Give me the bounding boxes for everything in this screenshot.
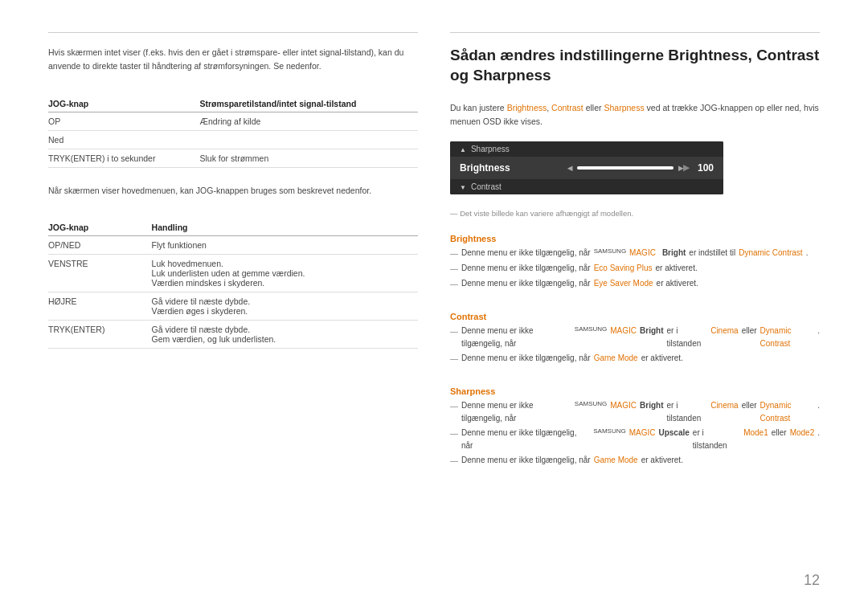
row-key: OP/NED bbox=[48, 236, 152, 255]
brightness-section: Brightness Denne menu er ikke tilgængeli… bbox=[450, 227, 820, 296]
sharpness-note-1: Denne menu er ikke tilgængelig, når SAMS… bbox=[450, 399, 820, 425]
right-arrow-icon: ▶ bbox=[678, 163, 690, 172]
table-row: HØJRE Gå videre til næste dybde. Værdien… bbox=[48, 292, 418, 321]
row-value: Flyt funktionen bbox=[152, 236, 418, 255]
osd-brightness-row: Brightness ▶ 100 bbox=[450, 157, 723, 179]
osd-slider-container: ▶ 100 bbox=[567, 162, 714, 174]
contrast-note-2: Denne menu er ikke tilgængelig, når Game… bbox=[450, 352, 820, 366]
power-table: JOG-knap Strømsparetilstand/intet signal… bbox=[48, 96, 418, 168]
row-key: VENSTRE bbox=[48, 255, 152, 292]
row-value: Luk hovedmenuen. Luk underlisten uden at… bbox=[152, 255, 418, 292]
osd-panel: Sharpness Brightness ▶ 100 Contrast bbox=[450, 141, 723, 194]
jog-table: JOG-knap Handling OP/NED Flyt funktionen… bbox=[48, 219, 418, 349]
page-title: Sådan ændres indstillingerne Brightness,… bbox=[450, 32, 820, 85]
middle-text: Når skærmen viser hovedmenuen, kan JOG-k… bbox=[48, 184, 418, 198]
intro-text: Hvis skærmen intet viser (f.eks. hvis de… bbox=[48, 32, 418, 73]
table-row: VENSTRE Luk hovedmenuen. Luk underlisten… bbox=[48, 255, 418, 292]
left-column: Hvis skærmen intet viser (f.eks. hvis de… bbox=[48, 32, 418, 581]
row-value: Ændring af kilde bbox=[199, 112, 418, 130]
sharpness-note-2: Denne menu er ikke tilgængelig, når SAMS… bbox=[450, 427, 820, 452]
left-arrow-icon bbox=[567, 163, 572, 172]
table-row: TRYK(ENTER) Gå videre til næste dybde. G… bbox=[48, 321, 418, 349]
sharpness-notes: Denne menu er ikke tilgængelig, når SAMS… bbox=[450, 399, 820, 468]
contrast-notes: Denne menu er ikke tilgængelig, når SAMS… bbox=[450, 325, 820, 366]
contrast-note-1: Denne menu er ikke tilgængelig, når SAMS… bbox=[450, 325, 820, 350]
row-key: TRYK(ENTER) i to sekunder bbox=[48, 149, 199, 167]
brightness-link: Brightness bbox=[507, 103, 547, 112]
contrast-title: Contrast bbox=[450, 312, 820, 321]
table1-section: JOG-knap Strømsparetilstand/intet signal… bbox=[48, 96, 418, 168]
up-arrow-icon bbox=[460, 145, 466, 153]
row-value: Sluk for strømmen bbox=[199, 149, 418, 167]
brightness-title: Brightness bbox=[450, 234, 820, 243]
osd-sharpness-label: Sharpness bbox=[471, 145, 510, 153]
osd-brightness-value: 100 bbox=[694, 162, 714, 174]
sharpness-note-3: Denne menu er ikke tilgængelig, når Game… bbox=[450, 454, 820, 468]
col2-header: Strømsparetilstand/intet signal-tilstand bbox=[199, 96, 418, 112]
table2-section: JOG-knap Handling OP/NED Flyt funktionen… bbox=[48, 219, 418, 349]
right-column: Sådan ændres indstillingerne Brightness,… bbox=[450, 32, 820, 581]
col1-header: JOG-knap bbox=[48, 96, 199, 112]
brightness-note-1: Denne menu er ikke tilgængelig, når SAMS… bbox=[450, 247, 820, 260]
osd-slider-fill bbox=[577, 166, 674, 170]
brightness-note-2: Denne menu er ikke tilgængelig, når Eco … bbox=[450, 262, 820, 276]
contrast-section: Contrast Denne menu er ikke tilgængelig,… bbox=[450, 305, 820, 370]
contrast-link: Contrast bbox=[551, 103, 583, 112]
image-note: — Det viste billede kan variere afhængig… bbox=[450, 209, 820, 218]
table-row: OP Ændring af kilde bbox=[48, 112, 418, 130]
row-key: TRYK(ENTER) bbox=[48, 321, 152, 349]
col1-header: JOG-knap bbox=[48, 219, 152, 236]
table-row: TRYK(ENTER) i to sekunder Sluk for strøm… bbox=[48, 149, 418, 167]
row-key: Ned bbox=[48, 130, 199, 149]
row-value bbox=[199, 130, 418, 149]
osd-brightness-label: Brightness bbox=[460, 162, 567, 174]
row-key: OP bbox=[48, 112, 199, 130]
sharpness-section: Sharpness Denne menu er ikke tilgængelig… bbox=[450, 380, 820, 472]
sharpness-link: Sharpness bbox=[604, 103, 644, 112]
brightness-note-3: Denne menu er ikke tilgængelig, når Eye … bbox=[450, 277, 820, 291]
osd-contrast-label: Contrast bbox=[471, 182, 502, 191]
right-intro: Du kan justere Brightness, Contrast elle… bbox=[450, 101, 820, 129]
col2-header: Handling bbox=[152, 219, 418, 236]
osd-slider bbox=[577, 166, 674, 170]
sharpness-title: Sharpness bbox=[450, 386, 820, 396]
table-row: OP/NED Flyt funktionen bbox=[48, 236, 418, 255]
page-number: 12 bbox=[804, 572, 820, 589]
row-key: HØJRE bbox=[48, 292, 152, 321]
table-row: Ned bbox=[48, 130, 418, 149]
down-arrow-icon bbox=[460, 182, 466, 191]
row-value: Gå videre til næste dybde. Værdien øges … bbox=[152, 292, 418, 321]
row-value: Gå videre til næste dybde. Gem værdien, … bbox=[152, 321, 418, 349]
osd-sharpness-row: Sharpness bbox=[450, 141, 723, 157]
brightness-notes: Denne menu er ikke tilgængelig, når SAMS… bbox=[450, 247, 820, 291]
osd-contrast-row: Contrast bbox=[450, 179, 723, 194]
